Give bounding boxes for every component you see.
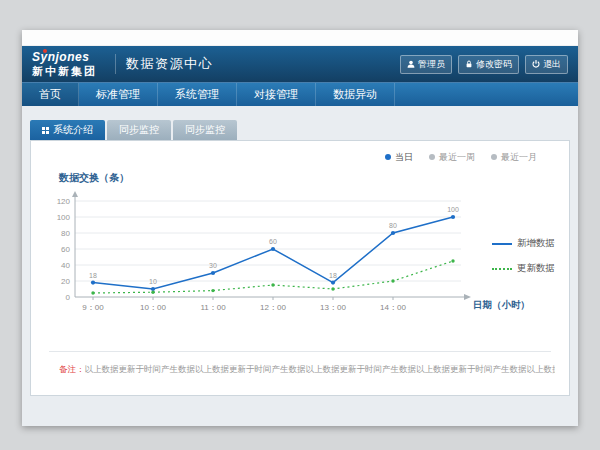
change-password-button[interactable]: 修改密码	[458, 55, 519, 74]
dot-icon	[429, 154, 435, 160]
legend-update-data: 更新数据	[492, 262, 555, 275]
filter-last-month[interactable]: 最近一月	[491, 151, 537, 163]
tab-sync-monitor-1[interactable]: 同步监控	[107, 120, 171, 140]
filter-last-week-label: 最近一周	[439, 151, 475, 164]
nav-item-home[interactable]: 首页	[22, 83, 79, 106]
svg-text:0: 0	[66, 293, 71, 302]
app-header: Synjones 新中新集团 数据资源中心 管理员 修改密码 退出	[22, 46, 578, 82]
x-axis-title: 日期（小时）	[473, 299, 530, 312]
dotted-line-swatch-icon	[492, 268, 512, 270]
svg-text:13：00: 13：00	[320, 303, 346, 312]
user-button-label: 管理员	[418, 58, 445, 71]
nav-item-connect-mgmt[interactable]: 对接管理	[237, 83, 316, 106]
logout-button[interactable]: 退出	[525, 55, 568, 74]
divider	[49, 351, 551, 352]
tab-sync-monitor-2[interactable]: 同步监控	[173, 120, 237, 140]
svg-text:10: 10	[149, 278, 157, 285]
remark-text: 以上数据更新于时间产生数据以上数据更新于时间产生数据以上数据更新于时间产生数据以…	[85, 364, 556, 374]
dot-icon	[491, 154, 497, 160]
nav-item-standard-mgmt[interactable]: 标准管理	[79, 83, 158, 106]
filter-last-month-label: 最近一月	[501, 151, 537, 164]
remark: 备注：以上数据更新于时间产生数据以上数据更新于时间产生数据以上数据更新于时间产生…	[45, 364, 555, 376]
line-chart: 0204060801001209：0010：0011：0012：0013：001…	[45, 189, 485, 324]
range-filter: 当日 最近一周 最近一月	[45, 151, 555, 163]
tab-sync-monitor-2-label: 同步监控	[185, 123, 225, 137]
svg-text:80: 80	[61, 229, 70, 238]
tab-system-intro-label: 系统介绍	[53, 123, 93, 137]
tab-bar: 系统介绍 同步监控 同步监控	[30, 120, 578, 140]
solid-line-swatch-icon	[492, 243, 512, 245]
tab-sync-monitor-1-label: 同步监控	[119, 123, 159, 137]
main-nav: 首页 标准管理 系统管理 对接管理 数据异动	[22, 82, 578, 106]
app-window: Synjones 新中新集团 数据资源中心 管理员 修改密码 退出 首	[22, 30, 578, 426]
nav-item-system-mgmt[interactable]: 系统管理	[158, 83, 237, 106]
svg-text:120: 120	[57, 197, 71, 206]
nav-item-data-change[interactable]: 数据异动	[316, 83, 395, 106]
series-legend: 新增数据 更新数据	[492, 237, 555, 275]
user-icon	[407, 60, 415, 68]
tab-system-intro[interactable]: 系统介绍	[30, 120, 105, 140]
logo-text: Synjones	[32, 51, 97, 65]
filter-today-label: 当日	[395, 151, 413, 164]
svg-text:10：00: 10：00	[140, 303, 166, 312]
svg-text:60: 60	[61, 245, 70, 254]
page-title: 数据资源中心	[126, 55, 213, 73]
legend-update-data-label: 更新数据	[517, 262, 555, 275]
svg-text:80: 80	[389, 222, 397, 229]
filter-last-week[interactable]: 最近一周	[429, 151, 475, 163]
svg-text:18: 18	[329, 272, 337, 279]
remark-label: 备注：	[59, 364, 85, 374]
grid-icon	[42, 127, 49, 134]
svg-text:60: 60	[269, 238, 277, 245]
dot-icon	[385, 154, 391, 160]
svg-text:18: 18	[89, 272, 97, 279]
chart-area: 0204060801001209：0010：0011：0012：0013：001…	[45, 189, 555, 343]
change-password-label: 修改密码	[476, 58, 512, 71]
svg-text:30: 30	[209, 262, 217, 269]
legend-new-data-label: 新增数据	[517, 237, 555, 250]
svg-text:40: 40	[61, 261, 70, 270]
lock-icon	[465, 60, 473, 68]
svg-text:14：00: 14：00	[380, 303, 406, 312]
browser-chrome	[22, 30, 578, 46]
svg-text:11：00: 11：00	[200, 303, 226, 312]
svg-text:12：00: 12：00	[260, 303, 286, 312]
svg-text:20: 20	[61, 277, 70, 286]
chart-panel: 当日 最近一周 最近一月 数据交换（条） 0204060801001209：00…	[30, 140, 570, 396]
svg-text:100: 100	[57, 213, 71, 222]
logo-wordmark: Synjones	[32, 50, 89, 64]
power-icon	[532, 60, 540, 68]
content-area: 系统介绍 同步监控 同步监控 当日 最近一周	[22, 106, 578, 426]
svg-text:100: 100	[447, 206, 459, 213]
user-button[interactable]: 管理员	[400, 55, 452, 74]
logout-label: 退出	[543, 58, 561, 71]
legend-new-data: 新增数据	[492, 237, 555, 250]
filter-today[interactable]: 当日	[385, 151, 413, 163]
y-axis-title: 数据交换（条）	[59, 171, 555, 183]
logo: Synjones 新中新集团	[32, 51, 97, 77]
header-divider	[115, 54, 116, 74]
logo-red-dot-icon	[43, 49, 47, 53]
svg-text:9：00: 9：00	[82, 303, 104, 312]
logo-subtext: 新中新集团	[32, 65, 97, 78]
